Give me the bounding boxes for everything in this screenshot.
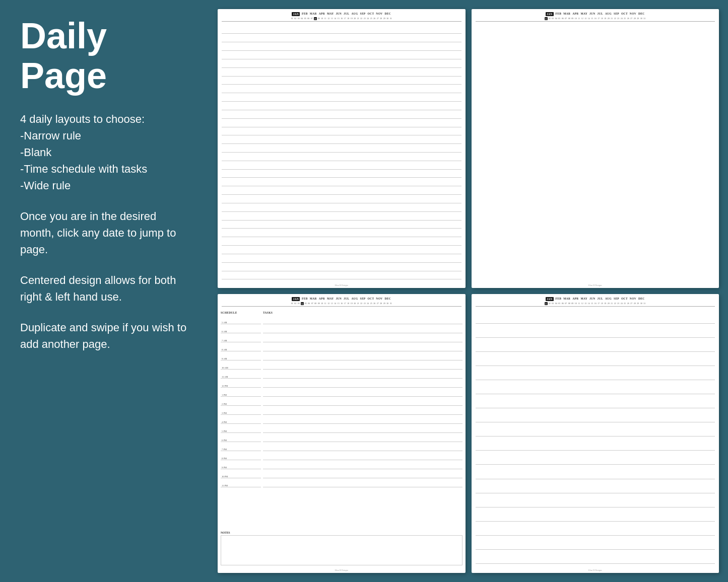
task-line [263,415,462,424]
time-slot: 5 AM [221,315,261,324]
schedule-column-headers: SCHEDULE TASKS [221,311,462,314]
task-line [263,406,462,415]
page-title: Daily Page [20,16,191,96]
rule-line [222,146,461,153]
task-line [263,388,462,397]
task-line [263,478,462,487]
rule-line [222,213,461,221]
wide-rule-line [476,313,715,324]
description-4: Duplicate and swipe if you wish to add a… [20,319,191,352]
wide-rule-line [476,411,715,422]
schedule-label: SCHEDULE [221,311,261,314]
task-line [263,315,462,324]
rule-line [222,137,461,144]
rule-line [222,230,461,237]
month-apr-1: APR [319,12,325,16]
wide-ruled-lines [476,311,715,565]
rule-line [222,95,461,102]
month-jul-1: JUL [344,12,349,16]
months-row-2: JAN FEB MAR APR MAY JUN JUL AUG SEP OCT … [476,12,715,16]
rule-line [222,179,461,186]
rule-line [222,239,461,246]
rule-line [222,205,461,212]
time-slot: 9 PM [221,460,261,469]
blank-area [476,26,715,280]
time-slot: 6 PM [221,433,261,442]
task-line [263,324,462,333]
task-line [263,379,462,388]
time-slot: 9 AM [221,351,261,360]
month-may-1: MAY [327,12,334,16]
month-nov-1: NOV [376,12,382,16]
time-slot: 8 AM [221,342,261,351]
page-body-narrow [218,24,466,282]
rule-line [222,247,461,254]
rule-line [222,272,461,279]
preview-blank: JAN FEB MAR APR MAY JUN JUL AUG SEP OCT … [472,9,719,288]
task-line [263,433,462,442]
time-slot: 7 AM [221,333,261,342]
time-slot: 10 PM [221,469,261,478]
rule-line [222,120,461,127]
page-body-blank [472,24,719,282]
time-slot: 12 PM [221,379,261,388]
time-slot: 6 AM [221,324,261,333]
rule-line [222,256,461,263]
rule-line [222,128,461,135]
task-line [263,451,462,460]
left-panel: Daily Page 4 daily layouts to choose: -N… [0,0,212,582]
task-line [263,442,462,451]
rule-line [222,264,461,271]
wide-rule-line [476,553,715,564]
wide-rule-line [476,539,715,550]
month-dec-1: DEC [384,12,391,16]
task-line [263,397,462,406]
dates-row-3: 01 02 03 04 05 06 07 08 09 10 11 12 13 1… [222,302,461,305]
page-footer-1: Elisa W Designs [218,282,466,288]
ruled-lines [222,26,461,280]
task-line [263,351,462,360]
task-line [263,333,462,342]
month-mar-1: MAR [310,12,317,16]
time-slot: 10 AM [221,360,261,370]
month-feb-1: FEB [302,12,308,16]
time-slot: 11 AM [221,370,261,379]
time-slot: 8 PM [221,451,261,460]
months-row-1: JAN FEB MAR APR MAY JUN JUL AUG SEP OCT … [222,12,461,16]
dates-row-2: 01 02 03 04 05 06 07 08 09 10 11 12 13 1… [476,17,715,20]
task-line [263,342,462,351]
wide-rule-line [476,341,715,352]
wide-rule-line [476,425,715,437]
wide-rule-line [476,525,715,536]
task-line [263,424,462,433]
notes-label: NOTES [221,531,462,534]
notes-section: NOTES [221,531,462,565]
time-slot: 1 PM [221,388,261,397]
rule-line [222,154,461,161]
time-slot: 2 PM [221,397,261,406]
page-body-wide [472,309,719,567]
rule-line [222,188,461,195]
time-slot: 4 PM [221,415,261,424]
page-header-3: JAN FEB MAR APR MAY JUN JUL AUG SEP OCT … [218,294,466,309]
dates-row-1: 01 02 03 04 05 06 07 08 09 10 11 12 13 1… [222,17,461,20]
rule-line [222,163,461,170]
rule-line [222,35,461,42]
schedule-table: 5 AM 6 AM 7 AM 8 AM 9 AM 10 AM 11 AM 12 … [221,315,462,529]
wide-rule-line [476,511,715,522]
task-line [263,370,462,379]
page-header-2: JAN FEB MAR APR MAY JUN JUL AUG SEP OCT … [472,9,719,24]
tasks-label: TASKS [263,311,273,314]
rule-line [222,103,461,110]
page-footer-3: Elisa W Designs [218,567,466,573]
rule-line [222,44,461,51]
preview-schedule: JAN FEB MAR APR MAY JUN JUL AUG SEP OCT … [218,294,466,573]
schedule-times: 5 AM 6 AM 7 AM 8 AM 9 AM 10 AM 11 AM 12 … [221,315,261,529]
wide-rule-line [476,468,715,479]
months-row-4: JAN FEB MAR APR MAY JUN JUL AUG SEP OCT … [476,297,715,301]
rule-line [222,196,461,203]
rule-line [222,52,461,59]
tasks-area [263,315,462,529]
task-line [263,360,462,370]
wide-rule-line [476,397,715,408]
